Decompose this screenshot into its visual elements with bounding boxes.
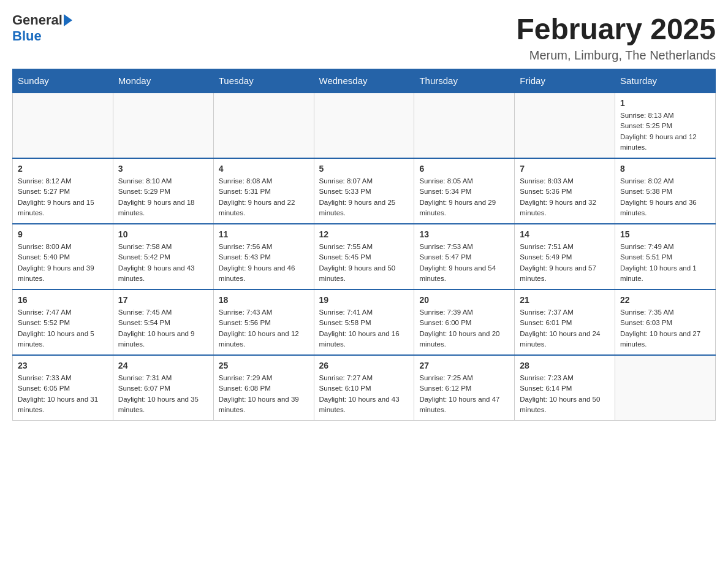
sunrise-text: Sunrise: 7:58 AM (118, 243, 172, 250)
day-info: Sunrise: 7:33 AMSunset: 6:05 PMDaylight:… (18, 373, 108, 415)
day-info: Sunrise: 8:13 AMSunset: 5:25 PMDaylight:… (620, 110, 710, 153)
day-info: Sunrise: 7:31 AMSunset: 6:07 PMDaylight:… (118, 373, 208, 415)
day-number: 12 (319, 229, 409, 239)
sunset-text: Sunset: 6:07 PM (118, 385, 170, 392)
weekday-header-row: Sunday Monday Tuesday Wednesday Thursday… (13, 69, 716, 93)
table-row: 16Sunrise: 7:47 AMSunset: 5:52 PMDayligh… (13, 289, 113, 355)
table-row: 19Sunrise: 7:41 AMSunset: 5:58 PMDayligh… (314, 289, 414, 355)
header-wednesday: Wednesday (314, 69, 414, 93)
table-row (13, 93, 113, 158)
daylight-text: Daylight: 10 hours and 50 minutes. (520, 396, 600, 413)
sunset-text: Sunset: 6:08 PM (219, 385, 271, 392)
table-row: 26Sunrise: 7:27 AMSunset: 6:10 PMDayligh… (314, 355, 414, 421)
day-info: Sunrise: 7:35 AMSunset: 6:03 PMDaylight:… (620, 307, 710, 350)
day-number: 4 (219, 164, 309, 174)
day-info: Sunrise: 7:45 AMSunset: 5:54 PMDaylight:… (118, 307, 208, 350)
sunrise-text: Sunrise: 7:51 AM (520, 243, 574, 250)
daylight-text: Daylight: 9 hours and 18 minutes. (118, 199, 195, 216)
daylight-text: Daylight: 10 hours and 12 minutes. (219, 330, 299, 348)
sunrise-text: Sunrise: 7:55 AM (319, 243, 373, 250)
sunset-text: Sunset: 5:25 PM (620, 122, 672, 129)
sunrise-text: Sunrise: 8:05 AM (419, 177, 473, 185)
day-info: Sunrise: 7:43 AMSunset: 5:56 PMDaylight:… (219, 307, 309, 350)
sunset-text: Sunset: 6:01 PM (520, 319, 572, 326)
sunset-text: Sunset: 5:49 PM (520, 253, 572, 261)
sunrise-text: Sunrise: 7:53 AM (419, 243, 473, 250)
table-row: 18Sunrise: 7:43 AMSunset: 5:56 PMDayligh… (213, 289, 314, 355)
day-number: 11 (219, 229, 309, 239)
sunset-text: Sunset: 6:10 PM (319, 385, 371, 392)
daylight-text: Daylight: 10 hours and 27 minutes. (620, 330, 700, 348)
day-info: Sunrise: 8:05 AMSunset: 5:34 PMDaylight:… (419, 176, 509, 218)
day-number: 23 (18, 361, 108, 370)
header-saturday: Saturday (615, 69, 716, 93)
header-thursday: Thursday (414, 69, 515, 93)
table-row (615, 355, 716, 421)
sunset-text: Sunset: 6:05 PM (18, 385, 70, 392)
table-row: 24Sunrise: 7:31 AMSunset: 6:07 PMDayligh… (113, 355, 213, 421)
sunset-text: Sunset: 5:45 PM (319, 253, 371, 261)
table-row (213, 93, 314, 158)
month-title: February 2025 (516, 12, 716, 46)
sunrise-text: Sunrise: 8:13 AM (620, 112, 674, 119)
sunrise-text: Sunrise: 7:56 AM (219, 243, 273, 250)
daylight-text: Daylight: 9 hours and 43 minutes. (118, 264, 195, 282)
sunset-text: Sunset: 6:00 PM (419, 319, 471, 326)
daylight-text: Daylight: 9 hours and 57 minutes. (520, 264, 596, 282)
sunrise-text: Sunrise: 8:07 AM (319, 177, 373, 185)
table-row: 6Sunrise: 8:05 AMSunset: 5:34 PMDaylight… (414, 158, 515, 224)
daylight-text: Daylight: 10 hours and 35 minutes. (118, 396, 199, 413)
sunset-text: Sunset: 5:34 PM (419, 188, 471, 195)
day-number: 8 (620, 164, 710, 174)
day-number: 7 (520, 164, 610, 174)
day-number: 19 (319, 295, 409, 305)
table-row: 4Sunrise: 8:08 AMSunset: 5:31 PMDaylight… (213, 158, 314, 224)
day-number: 20 (419, 295, 509, 305)
sunrise-text: Sunrise: 7:37 AM (520, 308, 574, 316)
sunrise-text: Sunrise: 7:25 AM (419, 374, 473, 381)
logo-triangle-icon (64, 14, 72, 26)
day-number: 18 (219, 295, 309, 305)
table-row: 21Sunrise: 7:37 AMSunset: 6:01 PMDayligh… (515, 289, 615, 355)
sunrise-text: Sunrise: 7:41 AM (319, 308, 373, 316)
table-row: 3Sunrise: 8:10 AMSunset: 5:29 PMDaylight… (113, 158, 213, 224)
sunset-text: Sunset: 5:43 PM (219, 253, 271, 261)
logo-general-text: General (12, 12, 63, 28)
day-number: 28 (520, 361, 610, 370)
daylight-text: Daylight: 10 hours and 43 minutes. (319, 396, 400, 413)
sunrise-text: Sunrise: 7:33 AM (18, 374, 72, 381)
day-info: Sunrise: 7:29 AMSunset: 6:08 PMDaylight:… (219, 373, 309, 415)
table-row: 8Sunrise: 8:02 AMSunset: 5:38 PMDaylight… (615, 158, 716, 224)
calendar-week-row: 16Sunrise: 7:47 AMSunset: 5:52 PMDayligh… (13, 289, 716, 355)
table-row: 12Sunrise: 7:55 AMSunset: 5:45 PMDayligh… (314, 224, 414, 289)
sunset-text: Sunset: 5:40 PM (18, 253, 70, 261)
daylight-text: Daylight: 9 hours and 39 minutes. (18, 264, 94, 282)
day-number: 1 (620, 98, 710, 108)
header-tuesday: Tuesday (213, 69, 314, 93)
location-title: Merum, Limburg, The Netherlands (516, 48, 716, 63)
table-row (515, 93, 615, 158)
sunset-text: Sunset: 5:54 PM (118, 319, 170, 326)
calendar-week-row: 1Sunrise: 8:13 AMSunset: 5:25 PMDaylight… (13, 93, 716, 158)
sunrise-text: Sunrise: 7:47 AM (18, 308, 72, 316)
table-row: 23Sunrise: 7:33 AMSunset: 6:05 PMDayligh… (13, 355, 113, 421)
table-row (314, 93, 414, 158)
table-row: 1Sunrise: 8:13 AMSunset: 5:25 PMDaylight… (615, 93, 716, 158)
sunset-text: Sunset: 5:29 PM (118, 188, 170, 195)
day-number: 25 (219, 361, 309, 370)
day-info: Sunrise: 7:37 AMSunset: 6:01 PMDaylight:… (520, 307, 610, 350)
daylight-text: Daylight: 9 hours and 46 minutes. (219, 264, 295, 282)
sunset-text: Sunset: 5:36 PM (520, 188, 572, 195)
calendar-table: Sunday Monday Tuesday Wednesday Thursday… (12, 69, 716, 421)
sunrise-text: Sunrise: 8:00 AM (18, 243, 72, 250)
sunrise-text: Sunrise: 7:45 AM (118, 308, 172, 316)
daylight-text: Daylight: 9 hours and 54 minutes. (419, 264, 496, 282)
day-info: Sunrise: 7:55 AMSunset: 5:45 PMDaylight:… (319, 242, 409, 284)
sunset-text: Sunset: 5:33 PM (319, 188, 371, 195)
sunrise-text: Sunrise: 7:39 AM (419, 308, 473, 316)
sunset-text: Sunset: 5:31 PM (219, 188, 271, 195)
daylight-text: Daylight: 9 hours and 12 minutes. (620, 133, 697, 151)
daylight-text: Daylight: 9 hours and 15 minutes. (18, 199, 94, 216)
day-info: Sunrise: 7:39 AMSunset: 6:00 PMDaylight:… (419, 307, 509, 350)
table-row: 28Sunrise: 7:23 AMSunset: 6:14 PMDayligh… (515, 355, 615, 421)
